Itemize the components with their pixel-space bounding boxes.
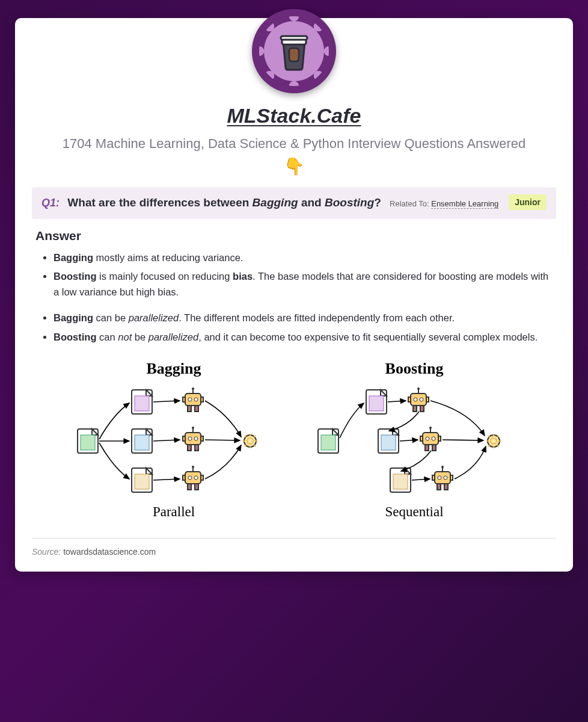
question-bar: Q1: What are the differences between Bag… xyxy=(32,187,556,219)
list-item: Bagging mostly aims at reducing variance… xyxy=(54,250,556,266)
answer-list-1: Bagging mostly aims at reducing variance… xyxy=(54,250,556,300)
svg-rect-22 xyxy=(393,474,408,489)
bagging-diagram: Bagging xyxy=(72,360,276,520)
svg-rect-15 xyxy=(81,435,95,450)
svg-rect-17 xyxy=(135,435,149,450)
bagging-title: Bagging xyxy=(72,360,276,378)
bagging-subtitle: Parallel xyxy=(72,504,276,520)
answer-body: Bagging mostly aims at reducing variance… xyxy=(32,250,556,345)
divider xyxy=(32,538,556,538)
list-item: Bagging can be parallelized. The differe… xyxy=(54,310,556,326)
answer-heading: Answer xyxy=(35,229,556,243)
svg-rect-16 xyxy=(135,396,149,411)
source-line: Source: towardsdatascience.com xyxy=(32,547,556,557)
question-text: What are the differences between Bagging… xyxy=(67,196,384,209)
question-number: Q1: xyxy=(41,197,60,209)
question-body: Q1: What are the differences between Bag… xyxy=(41,194,503,212)
svg-rect-19 xyxy=(321,435,335,450)
source-label: Source: xyxy=(32,547,61,557)
source-value: towardsdatascience.com xyxy=(63,547,156,557)
boosting-subtitle: Sequential xyxy=(312,504,516,520)
svg-rect-18 xyxy=(135,474,149,489)
boosting-title: Boosting xyxy=(312,360,516,378)
list-item: Boosting is mainly focused on reducing b… xyxy=(54,269,556,300)
bagging-graphic xyxy=(72,384,276,498)
logo-badge xyxy=(252,9,336,93)
answer-list-2: Bagging can be parallelized. The differe… xyxy=(54,310,556,345)
level-badge: Junior xyxy=(509,194,547,210)
logo-container xyxy=(32,9,556,93)
related-to: Related To: Ensemble Learning xyxy=(390,199,498,209)
site-title: MLStack.Cafe xyxy=(32,104,556,128)
pointing-down-icon: 👇 xyxy=(32,156,556,176)
svg-rect-21 xyxy=(381,435,396,450)
related-link[interactable]: Ensemble Learning xyxy=(431,199,498,209)
list-item: Boosting can not be parallelized, and it… xyxy=(54,330,556,345)
tagline: 1704 Machine Learning, Data Science & Py… xyxy=(32,136,556,152)
logo-scallop xyxy=(259,16,329,86)
boosting-diagram: Boosting xyxy=(312,360,516,520)
svg-rect-20 xyxy=(369,396,384,411)
content-card: MLStack.Cafe 1704 Machine Learning, Data… xyxy=(15,18,573,572)
diagram-row: Bagging xyxy=(32,360,556,520)
boosting-graphic xyxy=(312,384,516,498)
